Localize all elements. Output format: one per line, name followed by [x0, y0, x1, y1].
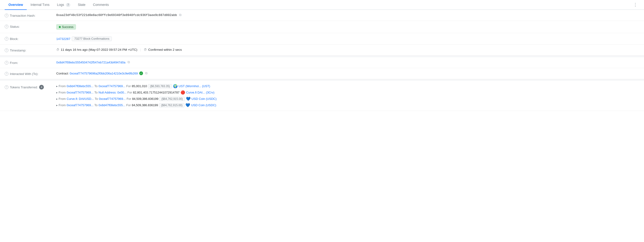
tokens-transferred-value: ▸ From 0x8d47f08ebc555... To 0xceaf77475… [56, 84, 639, 107]
block-value: 14732287 73277 Block Confirmations [56, 36, 639, 41]
for-label-2: For [128, 91, 132, 94]
timestamp-label: ? Timestamp: [5, 48, 56, 52]
logs-badge: 7 [66, 3, 70, 7]
to-label-2: To [94, 91, 98, 94]
transaction-hash-value: 0xaa23df48c53f221d0e8ac60ffc9e69340f3e89… [56, 13, 639, 17]
tokens-transferred-row: ? Tokens Transferred: 4 ▸ From 0x8d47f08… [0, 81, 644, 111]
token1-icon: 🌍 [173, 84, 178, 88]
tab-state[interactable]: State [74, 0, 89, 10]
transaction-hash-row: ? Transaction Hash: 0xaa23df48c53f221d0e… [0, 10, 644, 21]
more-options-button[interactable]: ⋮ [631, 0, 639, 9]
tab-internal-txns[interactable]: Internal Txns [27, 0, 53, 10]
token-transfers-list: ▸ From 0x8d47f08ebc555... To 0xceaf77475… [56, 84, 216, 107]
to-row: ? Interacted With (To): Contract 0xceaf7… [0, 68, 644, 79]
status-label: ? Status: [5, 24, 56, 28]
from-label-2: From [58, 91, 66, 94]
status-help-icon[interactable]: ? [5, 25, 8, 28]
token-transfer-row-4: ▸ From 0xceaf774757969... To 0x8d47f08eb… [56, 103, 216, 107]
hash-text: 0xaa23df48c53f221d0e8ac60ffc9e69340f3e89… [56, 13, 177, 17]
to-address-link[interactable]: 0xceaf7747579696a2f0bb206a14210e3c9e6fb2… [70, 72, 138, 75]
to-label-3: To [95, 97, 98, 100]
block-row: ? Block: 14732287 73277 Block Confirmati… [0, 33, 644, 45]
token4-icon: 💙 [186, 103, 190, 107]
tokens-transferred-label: ? Tokens Transferred: 4 [5, 84, 56, 89]
block-label: ? Block: [5, 36, 56, 41]
from-row: ? From: 0x8d47f08ebc5554504742f547eb721a… [0, 57, 644, 68]
from-label-4: From [58, 103, 66, 107]
transfer3-from-link[interactable]: Curve.fi: DAI/USD... [66, 97, 94, 100]
token-transfer-row-2: ▸ From 0xceaf774757969... To Null Addres… [56, 90, 216, 95]
transfer3-to-link[interactable]: 0xceaf774757969... [99, 97, 126, 100]
from-address-link[interactable]: 0x8d47f08ebc5554504742f547eb721a43d4947d… [56, 61, 126, 64]
transfer1-from-link[interactable]: 0x8d47f08ebc555... [66, 84, 93, 88]
from-label-3: From [58, 97, 66, 100]
token-count-badge: 4 [39, 85, 44, 89]
transfer3-amount: 84,509,386.836199 [132, 97, 158, 100]
arrow-icon-1: ▸ [56, 85, 58, 88]
arrow-icon-2: ▸ [56, 91, 58, 94]
tab-logs[interactable]: Logs 7 [53, 0, 74, 10]
from-label-1: From [58, 84, 66, 88]
from-value: 0x8d47f08ebc5554504742f547eb721a43d4947d… [56, 60, 639, 64]
for-label-1: For [126, 84, 131, 88]
for-label-3: For [126, 97, 131, 100]
confirmed-text: Confirmed within 2 secs [148, 48, 182, 51]
tab-bar: Overview Internal Txns Logs 7 State Comm… [0, 0, 644, 10]
tab-overview[interactable]: Overview [5, 0, 27, 10]
block-number-link[interactable]: 14732287 [56, 37, 70, 41]
copy-to-button[interactable]: ⧉ [144, 71, 148, 75]
transfer2-token-link[interactable]: Curve.fi DAI... (3Crv) [186, 91, 214, 94]
transfer4-from-link[interactable]: 0xceaf774757969... [66, 103, 93, 107]
from-help-icon[interactable]: ? [5, 61, 8, 65]
transfer1-to-link[interactable]: 0xceaf774757969... [98, 84, 125, 88]
token3-icon: 💙 [186, 96, 190, 101]
from-label: ? From: [5, 60, 56, 65]
copy-from-button[interactable]: ⧉ [127, 60, 130, 64]
arrow-icon-3: ▸ [56, 97, 58, 100]
transfer4-amount: 84,509,386.836199 [132, 103, 158, 107]
transfer2-to-link[interactable]: Null Address: 0x00... [98, 91, 126, 94]
status-value: Success [56, 24, 639, 30]
transfer4-to-link[interactable]: 0x8d47f08ebc555... [98, 103, 125, 107]
timestamp-row: ? Timestamp: ⏱ 11 days 16 hrs ago (May-0… [0, 45, 644, 56]
transfer3-token-link[interactable]: USD Coin (USDC) [192, 97, 216, 100]
timestamp-help-icon[interactable]: ? [5, 48, 8, 52]
to-help-icon[interactable]: ? [5, 72, 8, 76]
transfer3-usd: ($84,762,915.00) [159, 97, 185, 101]
transfer2-from-link[interactable]: 0xceaf774757969... [66, 91, 93, 94]
transaction-detail-page: Overview Internal Txns Logs 7 State Comm… [0, 0, 644, 111]
timestamp-text: 11 days 16 hrs ago (May-07-2022 09:57:24… [61, 48, 138, 51]
transfer1-token-link[interactable]: UST (Wormhol... (UST) [179, 84, 210, 88]
to-label: ? Interacted With (To): [5, 71, 56, 76]
to-label-4: To [94, 103, 98, 107]
to-label-1: To [94, 84, 98, 88]
block-help-icon[interactable]: ? [5, 37, 8, 41]
tokens-help-icon[interactable]: ? [5, 85, 8, 89]
tab-comments[interactable]: Comments [89, 0, 113, 10]
copy-hash-button[interactable]: ⧉ [178, 13, 182, 17]
arrow-icon-4: ▸ [56, 104, 58, 107]
to-value: Contract 0xceaf7747579696a2f0bb206a14210… [56, 71, 639, 75]
verified-icon: ✓ [139, 71, 143, 75]
transfer1-amount: 85,001,010 [132, 84, 147, 88]
transfer2-amount: 82,801,403.717512441072914787 [133, 91, 180, 94]
transfer4-usd: ($84,762,915.00) [159, 103, 184, 107]
for-label-4: For [126, 103, 131, 107]
status-row: ? Status: Success [0, 21, 644, 33]
status-badge: Success [56, 24, 76, 30]
separator: | [140, 48, 141, 51]
clock-icon-2: ⏱ [144, 48, 147, 51]
transaction-hash-label: ? Transaction Hash: [5, 13, 56, 17]
transfer1-usd: ($6,593,783.35) [148, 84, 172, 88]
block-confirmations-badge: 73277 Block Confirmations [72, 36, 112, 41]
token-transfer-row-3: ▸ From Curve.fi: DAI/USD... To 0xceaf774… [56, 96, 216, 101]
contract-prefix: Contract [56, 72, 68, 75]
timestamp-value: ⏱ 11 days 16 hrs ago (May-07-2022 09:57:… [56, 48, 639, 51]
token-transfer-row-1: ▸ From 0x8d47f08ebc555... To 0xceaf77475… [56, 84, 216, 88]
success-dot-icon [59, 26, 61, 28]
overview-content: ? Transaction Hash: 0xaa23df48c53f221d0e… [0, 10, 644, 111]
transaction-hash-help-icon[interactable]: ? [5, 14, 8, 17]
clock-icon: ⏱ [56, 48, 59, 51]
token2-icon: 🔴 [180, 90, 185, 95]
transfer4-token-link[interactable]: USD Coin (USDC) [191, 103, 216, 107]
